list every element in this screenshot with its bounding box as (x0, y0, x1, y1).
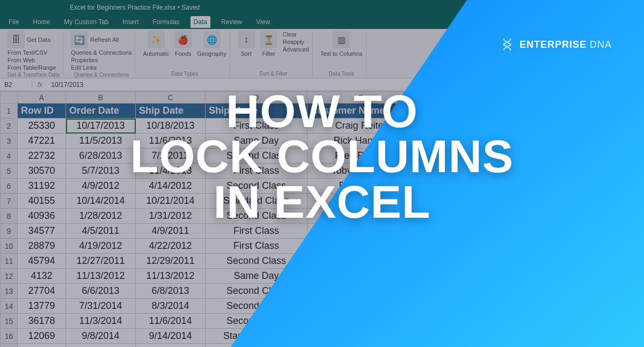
cell[interactable]: 7/31/2014 (66, 299, 136, 314)
table-row[interactable]: 16120699/8/20149/14/2014Standard ClassPa… (1, 329, 511, 344)
fx-icon[interactable]: fx (32, 81, 48, 88)
cell[interactable]: 30570 (18, 164, 66, 179)
cell[interactable]: Ben Peterman (308, 299, 415, 314)
text-to-columns-button[interactable]: ▥ Text to Columns (320, 31, 363, 57)
cell[interactable]: First Class (206, 239, 308, 254)
cell[interactable]: 28879 (18, 239, 66, 254)
name-box[interactable]: B2 (0, 81, 32, 88)
row-header[interactable]: 1 (1, 104, 18, 119)
cell[interactable]: 1/28/2012 (66, 209, 136, 224)
cell[interactable]: 4/22/2012 (136, 239, 206, 254)
cell[interactable]: Peter Fuller (308, 284, 415, 299)
row-header[interactable]: 11 (1, 254, 18, 269)
cell[interactable]: Consumer (415, 239, 511, 254)
cell[interactable]: Thomas Boland (308, 314, 415, 329)
formula-input[interactable]: 10/17/2013 (48, 81, 86, 88)
cell[interactable]: 47221 (18, 134, 66, 149)
select-all-corner[interactable] (1, 92, 18, 104)
row-header[interactable]: 6 (1, 179, 18, 194)
cell[interactable]: 6/28/2013 (66, 149, 136, 164)
col-header-A[interactable]: A (18, 92, 66, 104)
table-row[interactable]: 12413211/13/201211/13/2012Same DayVicky … (1, 269, 511, 284)
clear-filter-button[interactable]: Clear (283, 31, 309, 38)
cell[interactable]: 25330 (18, 119, 66, 134)
table-header-cell[interactable]: Row ID (18, 104, 66, 119)
cell[interactable]: 11/6/2014 (136, 314, 206, 329)
row-header[interactable]: 10 (1, 239, 18, 254)
cell[interactable]: Consumer (415, 269, 511, 284)
cell[interactable]: Anthony Jacobs (308, 239, 415, 254)
row-header[interactable]: 7 (1, 194, 18, 209)
row-header[interactable]: 16 (1, 329, 18, 344)
cell[interactable]: 34577 (18, 224, 66, 239)
tab-formulas[interactable]: Formulas (150, 16, 183, 28)
cell[interactable]: 8/3/2014 (136, 299, 206, 314)
queries-connections-button[interactable]: Queries & Connections (71, 49, 131, 56)
table-row[interactable]: 13277046/6/20136/8/2013Second ClassPeter… (1, 284, 511, 299)
cell[interactable]: Vicky Freymann (308, 269, 415, 284)
cell[interactable]: 27704 (18, 284, 66, 299)
cell[interactable]: Consumer (415, 329, 511, 344)
from-table-range-button[interactable]: From Table/Range (8, 64, 60, 71)
data-type-geography[interactable]: 🌐 Geography (197, 31, 226, 57)
table-row[interactable]: 10288794/19/20124/22/2012First ClassAnth… (1, 239, 511, 254)
cell[interactable]: 4/9/2012 (66, 179, 136, 194)
cell[interactable]: Consumer (415, 314, 511, 329)
cell[interactable]: 12/27/2011 (66, 254, 136, 269)
tab-insert[interactable]: Insert (120, 16, 142, 28)
col-header-B[interactable]: B (66, 92, 136, 104)
from-text-csv-button[interactable]: From Text/CSV (8, 49, 60, 56)
tab-home[interactable]: Home (30, 16, 53, 28)
cell[interactable]: 4132 (18, 269, 66, 284)
row-header[interactable]: 13 (1, 284, 18, 299)
cell[interactable]: Consumer (415, 284, 511, 299)
cell[interactable]: 4/19/2012 (66, 239, 136, 254)
cell[interactable]: Consumer (415, 344, 511, 348)
cell[interactable]: 10/17/2013 (66, 119, 136, 134)
cell[interactable]: Consumer (415, 299, 511, 314)
row-header[interactable]: 3 (1, 134, 18, 149)
cell[interactable]: Standard Class (206, 329, 308, 344)
cell[interactable]: Same Day (206, 269, 308, 284)
cell[interactable]: Jim Sink (308, 344, 415, 348)
cell[interactable]: 10/14/2014 (66, 194, 136, 209)
table-row[interactable]: 153617811/3/201411/6/2014Second ClassTho… (1, 314, 511, 329)
cell[interactable]: 11/3/2014 (66, 314, 136, 329)
cell[interactable]: 11/13/2012 (136, 269, 206, 284)
cell[interactable]: 9/8/2014 (66, 329, 136, 344)
cell[interactable]: 22732 (18, 149, 66, 164)
cell[interactable]: First Class (206, 344, 308, 348)
cell[interactable]: Magdelene Morse (308, 254, 415, 269)
filter-button[interactable]: ⏳ Filter (260, 31, 277, 57)
cell[interactable]: 4/5/2011 (66, 224, 136, 239)
cell[interactable]: 11/5/2013 (66, 134, 136, 149)
cell[interactable]: Patrick Jones (308, 329, 415, 344)
properties-button[interactable]: Properties (71, 57, 131, 63)
tab-custom[interactable]: My Custom Tab (61, 16, 112, 28)
cell[interactable]: 22096 (18, 344, 66, 348)
tab-data[interactable]: Data (191, 16, 210, 28)
row-header[interactable]: 14 (1, 299, 18, 314)
cell[interactable]: 45794 (18, 254, 66, 269)
cell[interactable]: 36178 (18, 314, 66, 329)
table-row[interactable]: 14137797/31/20148/3/2014Second ClassBen … (1, 299, 511, 314)
cell[interactable]: 1/31/2014 (66, 344, 136, 348)
cell[interactable]: 40155 (18, 194, 66, 209)
row-header[interactable]: 4 (1, 149, 18, 164)
cell[interactable]: 12/29/2011 (136, 254, 206, 269)
cell[interactable]: 2/1/2014 (136, 344, 206, 348)
cell[interactable]: Second Class (206, 284, 308, 299)
tab-review[interactable]: Review (218, 16, 245, 28)
advanced-filter-button[interactable]: Advanced (283, 46, 309, 53)
row-header[interactable]: 15 (1, 314, 18, 329)
cell[interactable]: 11/13/2012 (66, 269, 136, 284)
table-header-cell[interactable]: Order Date (66, 104, 136, 119)
table-row[interactable]: 114579412/27/201112/29/2011Second ClassM… (1, 254, 511, 269)
get-data-button[interactable]: 🗄 Get Data (8, 31, 60, 48)
cell[interactable]: Second Class (206, 254, 308, 269)
cell[interactable]: 12069 (18, 329, 66, 344)
cell[interactable]: 13779 (18, 299, 66, 314)
cell[interactable]: 4/9/2011 (136, 224, 206, 239)
table-row[interactable]: 17220961/31/20142/1/2014First ClassJim S… (1, 344, 511, 348)
cell[interactable]: 5/7/2013 (66, 164, 136, 179)
